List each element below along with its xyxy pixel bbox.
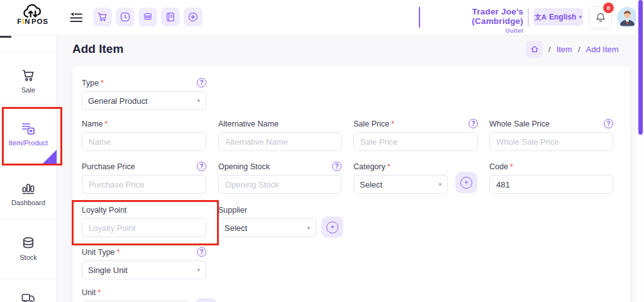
sidebar-item-dashboard[interactable]: Dashboard [0,181,57,206]
field-label: Code* [489,162,513,171]
chevron-down-icon: ▾ [579,14,582,20]
chevron-down-icon: ▾ [438,181,441,187]
avatar[interactable] [617,7,638,28]
field-category: Category* Select▾ + [353,162,478,194]
sidebar-item-sale[interactable]: Sale [0,68,57,94]
purchase-price-input[interactable] [82,175,206,194]
field-label: Sale Price* [353,120,394,128]
field-unit-type: Unit Type* ? Single Unit▾ [82,247,206,279]
cart-icon[interactable] [93,8,112,26]
breadcrumb-current: Add Item [586,45,619,54]
field-label: Purchase Price [82,162,135,171]
field-purchase-price: Purchase Price ? [82,162,206,194]
outlet-divider [419,7,420,28]
cart-icon [21,68,36,83]
sidebar-divider [0,52,57,52]
top-header: FIN POS [0,0,644,36]
notification-badge: 0 [602,1,615,14]
truck-icon [21,289,36,302]
bar-chart-icon [21,181,36,196]
journal-icon[interactable] [161,8,180,26]
scrollbar-track[interactable] [636,0,644,302]
scroll-indicator [0,36,11,38]
field-label: Type* [82,79,104,87]
name-input[interactable] [82,132,206,151]
help-icon[interactable]: ? [604,119,613,128]
cloud-logo-icon [21,3,44,20]
sidebar-collapse-icon[interactable] [69,11,84,25]
sidebar-item-stock[interactable]: Stock [0,235,57,261]
plus-icon: + [326,221,338,233]
field-label: Whole Sale Price [489,120,550,128]
page-title: Add Item [72,42,123,56]
active-item-corner [42,150,57,165]
plus-icon: + [460,177,472,189]
field-opening-stock: Opening Stock ? [218,162,341,194]
field-code: Code* [489,162,613,194]
clock-icon[interactable] [116,8,135,26]
sidebar-item-label: Dashboard [0,199,57,206]
opening-stock-input[interactable] [218,175,341,194]
sale-price-input[interactable] [353,132,478,151]
field-label: Unit* [82,288,101,297]
field-label: Unit Type* [82,248,119,257]
supplier-select[interactable]: Select▾ [218,218,316,237]
layers-icon[interactable] [138,8,157,26]
sidebar-item-item-product[interactable]: Item/Product [0,121,57,147]
outlet-label: Outlet [423,28,523,34]
database-icon [21,235,36,250]
help-icon[interactable]: ? [197,162,206,171]
field-label: Opening Stock [218,162,270,171]
field-loyalty-point: Loyalty Point [82,205,206,237]
app-window: FIN POS [0,0,644,302]
field-supplier: Supplier Select▾ + [218,205,341,237]
sidebar-divider [0,165,57,165]
sidebar-item-label: Stock [0,254,57,261]
language-divider [528,8,529,26]
add-unit-button[interactable]: + [195,298,217,302]
field-label: Category* [353,162,391,171]
field-label: Alternative Name [218,120,279,128]
item-list-heart-icon [21,121,36,136]
field-whole-sale-price: Whole Sale Price ? [489,119,613,151]
language-selector[interactable]: 文A English ▾ [533,8,583,26]
chevron-down-icon: ▾ [307,225,310,231]
alternative-name-input[interactable] [218,132,341,151]
home-icon[interactable] [526,41,543,58]
breadcrumb-separator: / [548,45,551,54]
unit-type-select[interactable]: Single Unit▾ [82,260,206,279]
breadcrumb-item[interactable]: Item [557,45,572,54]
language-label: English [549,13,576,21]
breadcrumb: / Item / Add Item [526,40,619,58]
disc-star-icon[interactable] [184,8,203,26]
sidebar-item-next[interactable] [0,289,57,302]
help-icon[interactable]: ? [197,78,206,87]
sidebar-item-label: Sale [0,86,57,94]
translate-icon: 文A [535,13,547,22]
outlet-info: Trader Joe's (Cambridge) Outlet [423,7,523,34]
sidebar: Sale Item/Product Dashboard [0,35,57,302]
field-name: Name* [82,119,206,151]
help-icon[interactable]: ? [197,247,206,257]
whole-sale-price-input[interactable] [489,132,613,151]
field-alternative-name: Alternative Name [218,119,341,151]
logo-text: FIN POS [10,18,55,25]
outlet-name: Trader Joe's (Cambridge) [423,7,523,26]
sidebar-divider [0,279,57,279]
breadcrumb-separator: / [578,45,580,54]
add-supplier-button[interactable]: + [321,216,343,238]
field-label: Supplier [218,206,247,215]
sidebar-divider [0,104,57,104]
chevron-down-icon: ▾ [197,267,200,273]
finpos-logo: FIN POS [10,3,55,33]
code-input[interactable] [489,175,613,194]
field-type: Type* ? General Product▾ [82,78,206,110]
help-icon[interactable]: ? [469,119,478,128]
type-select[interactable]: General Product▾ [82,91,206,110]
loyalty-point-input[interactable] [82,218,206,237]
chevron-down-icon: ▾ [197,98,200,104]
help-icon[interactable]: ? [332,162,341,171]
category-select[interactable]: Select▾ [353,175,448,194]
scrollbar-thumb[interactable] [638,0,643,135]
add-category-button[interactable]: + [455,172,477,193]
